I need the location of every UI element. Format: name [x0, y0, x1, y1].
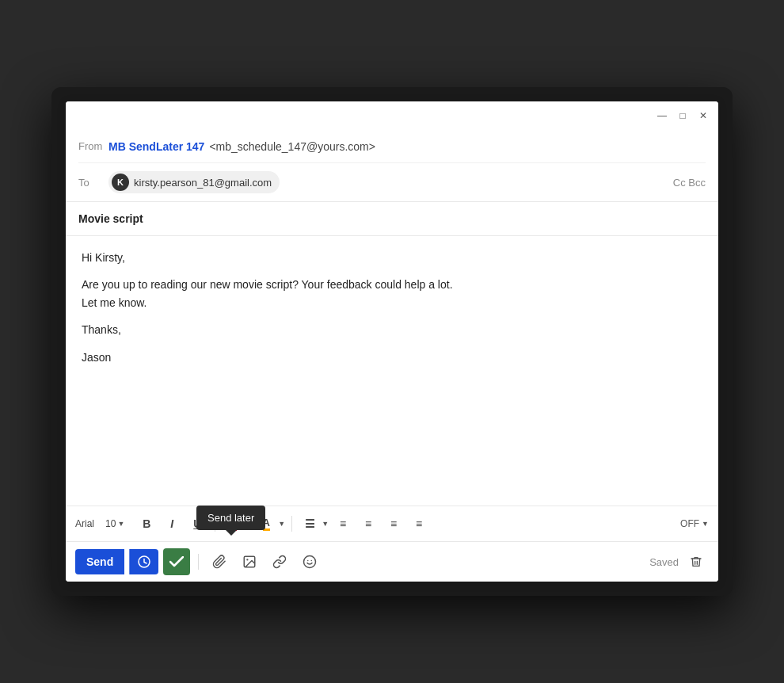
attachment-icon	[212, 555, 226, 569]
trash-icon	[690, 555, 702, 569]
image-icon	[242, 555, 257, 569]
emoji-button[interactable]	[297, 549, 322, 574]
link-button[interactable]	[267, 549, 292, 574]
send-clock-button[interactable]	[129, 549, 158, 574]
close-button[interactable]: ✕	[698, 110, 709, 121]
from-name: MB SendLater 147	[108, 140, 204, 153]
italic-button[interactable]: I	[161, 513, 183, 535]
highlight-chevron: ▼	[278, 520, 285, 528]
closing: Thanks,	[82, 321, 702, 338]
minimize-button[interactable]: —	[657, 110, 668, 121]
from-label: From	[78, 140, 108, 152]
subject-text: Movie script	[78, 212, 143, 225]
link-icon	[272, 555, 287, 569]
ordered-list-button[interactable]: ≡	[332, 513, 354, 535]
font-size-button[interactable]: 10 ▼	[102, 517, 127, 531]
unordered-list-button[interactable]: ≡	[357, 513, 379, 535]
from-row: From MB SendLater 147 <mb_schedule_147@y…	[78, 130, 706, 163]
bold-button[interactable]: B	[135, 513, 158, 535]
subject-row: Movie script	[66, 202, 718, 236]
title-bar: — □ ✕	[66, 101, 718, 130]
indent-decrease-button[interactable]: ≡	[382, 513, 405, 535]
clock-icon	[138, 555, 150, 568]
image-button[interactable]	[237, 549, 262, 574]
email-body[interactable]: Hi Kirsty, Are you up to reading our new…	[66, 236, 718, 506]
action-bar: Send later Send	[66, 541, 718, 582]
font-family-label: Arial	[75, 518, 94, 529]
window-shadow: — □ ✕ From MB SendLater 147 <mb_schedule…	[51, 87, 733, 596]
svg-point-3	[304, 556, 316, 568]
off-chevron: ▼	[702, 520, 709, 528]
format-toolbar: Arial 10 ▼ B I U A ▼ A ▼	[66, 506, 718, 541]
toolbar-divider2	[291, 516, 292, 532]
off-toggle[interactable]: OFF ▼	[680, 518, 709, 529]
saved-text: Saved	[649, 556, 679, 568]
align-button[interactable]: ☰	[299, 513, 321, 535]
send-later-tooltip: Send later	[196, 506, 265, 530]
email-window: — □ ✕ From MB SendLater 147 <mb_schedule…	[66, 101, 718, 582]
body-paragraph1: Are you up to reading our new movie scri…	[82, 276, 702, 311]
indent-increase-button[interactable]: ≡	[408, 513, 430, 535]
send-button[interactable]: Send	[75, 549, 124, 574]
delete-button[interactable]	[683, 549, 709, 574]
svg-point-5	[311, 560, 313, 562]
cc-bcc-button[interactable]: Cc Bcc	[673, 177, 706, 189]
greeting: Hi Kirsty,	[82, 249, 702, 266]
svg-point-2	[246, 559, 248, 560]
check-icon	[169, 556, 184, 567]
to-email: kirsty.pearson_81@gmail.com	[134, 177, 272, 189]
emoji-icon	[303, 555, 317, 569]
title-bar-controls: — □ ✕	[657, 110, 709, 121]
align-chevron: ▼	[322, 520, 329, 528]
check-button[interactable]	[163, 548, 190, 575]
avatar: K	[112, 174, 129, 191]
to-recipient[interactable]: K kirsty.pearson_81@gmail.com	[108, 171, 280, 193]
align-dropdown[interactable]: ☰ ▼	[299, 513, 329, 535]
action-divider	[198, 554, 199, 570]
svg-point-4	[307, 560, 309, 562]
maximize-button[interactable]: □	[677, 110, 688, 121]
signature: Jason	[82, 349, 702, 366]
to-row: To K kirsty.pearson_81@gmail.com Cc Bcc	[78, 163, 706, 201]
to-label: To	[78, 177, 108, 189]
font-size-chevron: ▼	[117, 520, 124, 528]
email-header: From MB SendLater 147 <mb_schedule_147@y…	[66, 130, 718, 202]
from-email: <mb_schedule_147@yours.com>	[209, 140, 375, 153]
attachment-button[interactable]	[207, 549, 232, 574]
